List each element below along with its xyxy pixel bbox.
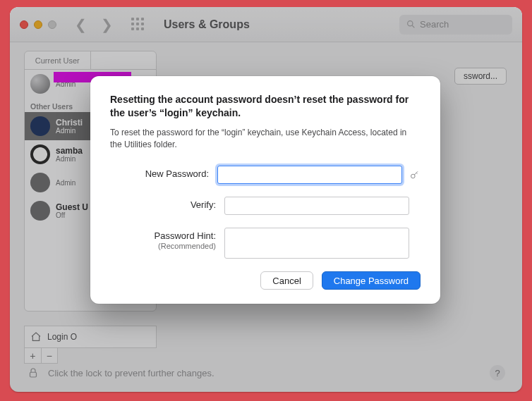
close-icon[interactable] [20,20,28,29]
user-name: Guest U [56,203,88,211]
user-role: Admin [56,127,83,135]
add-user-button[interactable]: + [25,348,42,363]
search-field[interactable]: Search [399,15,512,35]
svg-line-1 [412,25,414,27]
forward-icon[interactable]: ❯ [101,16,113,33]
cancel-button[interactable]: Cancel [260,271,313,290]
user-role: Admin [56,179,75,187]
show-all-icon[interactable] [131,18,145,32]
traffic-lights [20,20,56,29]
remove-user-button[interactable]: − [42,348,58,363]
dialog-body: To reset the password for the “login” ke… [110,127,421,151]
user-role: Off [56,211,88,219]
key-icon[interactable] [409,169,421,180]
tab-current-user[interactable]: Current User [25,51,91,70]
footer: Click the lock to prevent further change… [27,365,505,381]
minimize-icon[interactable] [34,20,42,29]
verify-label: Verify: [110,197,216,210]
user-role: Admin [56,155,83,163]
login-options-label: Login O [47,332,77,342]
password-hint-input[interactable] [224,228,409,259]
svg-rect-2 [30,372,37,377]
dialog-heading: Resetting the account password doesn’t r… [110,93,421,120]
back-icon[interactable]: ❮ [75,16,87,33]
avatar [30,144,50,164]
nav-arrows: ❮ ❯ [75,16,113,33]
user-name: Christi [56,118,83,127]
avatar [30,173,50,192]
change-password-row-button[interactable]: ssword... [454,68,507,85]
search-icon [406,20,416,29]
window-title: Users & Groups [164,18,250,31]
new-password-label: New Password: [110,166,209,179]
verify-password-input[interactable] [224,197,409,215]
svg-point-3 [411,175,416,179]
tab-blank[interactable] [91,51,157,70]
help-button[interactable]: ? [490,365,505,381]
hint-label: Password Hint: (Recommended) [110,228,216,249]
lock-icon[interactable] [27,366,40,379]
reset-password-dialog: Resetting the account password doesn’t r… [90,76,440,304]
svg-point-0 [408,21,413,26]
sidebar-tabs: Current User [25,51,156,70]
user-name: samba [56,147,83,155]
lock-hint: Click the lock to prevent further change… [48,368,214,378]
avatar [30,116,50,136]
login-options[interactable]: Login O [24,326,157,348]
change-password-button[interactable]: Change Password [322,271,421,290]
zoom-icon[interactable] [48,20,56,29]
add-remove-user: + − [24,348,58,364]
search-placeholder: Search [420,19,449,30]
new-password-input[interactable] [217,166,402,184]
home-icon [30,331,42,343]
avatar [30,74,50,94]
avatar [30,201,50,221]
titlebar: ❮ ❯ Users & Groups Search [10,7,522,42]
